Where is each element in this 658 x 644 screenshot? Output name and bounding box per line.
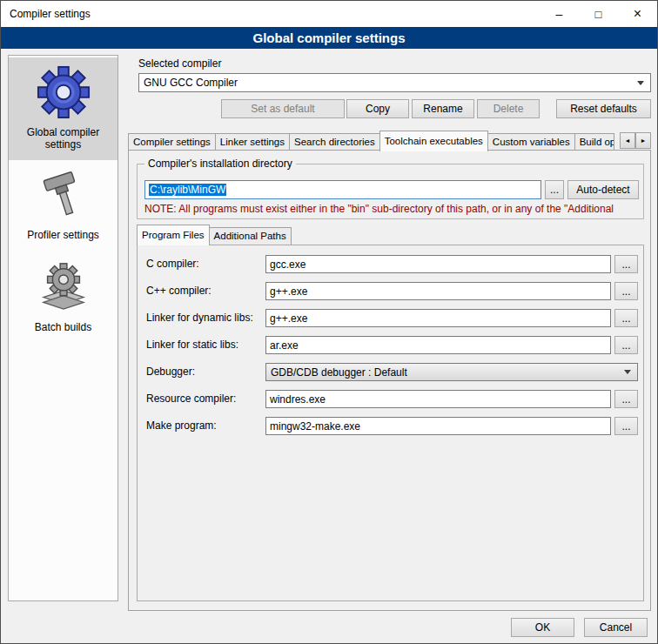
debugger-value: GDB/CDB debugger : Default xyxy=(266,366,624,379)
static-linker-label: Linker for static libs: xyxy=(146,339,238,351)
reset-defaults-button[interactable]: Reset defaults xyxy=(556,99,651,118)
c-compiler-browse-button[interactable]: ... xyxy=(614,255,638,273)
tab-program-files[interactable]: Program Files xyxy=(137,225,210,245)
installation-directory-browse-button[interactable]: ... xyxy=(545,180,564,199)
field-row: Make program: mingw32-make.exe ... xyxy=(138,417,643,435)
field-row: Debugger: GDB/CDB debugger : Default xyxy=(138,363,643,381)
make-program-value: mingw32-make.exe xyxy=(270,420,360,433)
sidebar-item-label: Profiler settings xyxy=(27,229,99,241)
resource-compiler-browse-button[interactable]: ... xyxy=(614,390,638,408)
c-compiler-input[interactable]: gcc.exe xyxy=(265,255,611,273)
rename-button[interactable]: Rename xyxy=(412,99,474,118)
make-program-label: Make program: xyxy=(146,419,217,432)
minimize-icon[interactable]: – xyxy=(540,1,579,27)
tab-additional-paths[interactable]: Additional Paths xyxy=(209,227,292,245)
installation-note: NOTE: All programs must exist either in … xyxy=(144,203,654,215)
debugger-select[interactable]: GDB/CDB debugger : Default xyxy=(265,363,638,381)
tab-search-directories[interactable]: Search directories xyxy=(289,133,380,151)
window-controls: – □ × xyxy=(540,1,657,27)
field-row: Resource compiler: windres.exe ... xyxy=(138,390,643,408)
field-row: C++ compiler: g++.exe ... xyxy=(138,282,643,300)
field-row: Linker for static libs: ar.exe ... xyxy=(138,336,643,354)
settings-tabs: Compiler settings Linker settings Search… xyxy=(128,131,651,151)
tab-compiler-settings[interactable]: Compiler settings xyxy=(128,133,216,151)
program-files-panel: C compiler: gcc.exe ... C++ compiler: g+… xyxy=(137,245,644,601)
tab-toolchain-executables[interactable]: Toolchain executables xyxy=(379,131,488,151)
make-program-input[interactable]: mingw32-make.exe xyxy=(265,417,611,435)
static-linker-input[interactable]: ar.exe xyxy=(265,336,611,354)
ok-button[interactable]: OK xyxy=(511,618,574,637)
maximize-icon[interactable]: □ xyxy=(579,1,618,27)
installation-directory-value: C:\raylib\MinGW xyxy=(149,184,226,196)
static-linker-browse-button[interactable]: ... xyxy=(614,336,638,354)
dynamic-linker-label: Linker for dynamic libs: xyxy=(146,312,253,324)
debugger-label: Debugger: xyxy=(146,366,195,378)
resource-compiler-label: Resource compiler: xyxy=(146,392,236,405)
delete-button[interactable]: Delete xyxy=(477,99,540,118)
sidebar-item-global-compiler-settings[interactable]: Global compiler settings xyxy=(9,57,118,160)
tab-scroll-left-icon[interactable]: ◄ xyxy=(620,132,635,149)
close-icon[interactable]: × xyxy=(618,1,657,27)
dynamic-linker-value: g++.exe xyxy=(270,312,307,325)
dialog-body: Global compiler settings Profiler settin… xyxy=(1,49,657,643)
field-row: Linker for dynamic libs: g++.exe ... xyxy=(138,309,643,327)
c-compiler-value: gcc.exe xyxy=(270,258,306,271)
sidebar-item-label: Global compiler settings xyxy=(10,126,116,151)
c-compiler-label: C compiler: xyxy=(146,258,199,270)
cpp-compiler-label: C++ compiler: xyxy=(146,285,212,297)
dropdown-arrow-icon xyxy=(637,81,644,85)
tab-scroll-right-icon[interactable]: ► xyxy=(635,132,651,149)
cancel-button[interactable]: Cancel xyxy=(584,618,648,637)
toolchain-executables-panel: Compiler's installation directory C:\ray… xyxy=(128,150,651,611)
copy-button[interactable]: Copy xyxy=(346,99,409,118)
resource-compiler-input[interactable]: windres.exe xyxy=(265,390,611,408)
selected-compiler-select[interactable]: GNU GCC Compiler xyxy=(138,73,651,92)
tab-linker-settings[interactable]: Linker settings xyxy=(215,133,290,151)
static-linker-value: ar.exe xyxy=(270,339,299,352)
program-tabs: Program Files Additional Paths xyxy=(137,225,644,245)
dynamic-linker-input[interactable]: g++.exe xyxy=(265,309,611,327)
field-row: C compiler: gcc.exe ... xyxy=(138,255,643,273)
tab-build-options[interactable]: Build options xyxy=(574,133,614,151)
window-title: Compiler settings xyxy=(1,8,91,20)
resource-compiler-value: windres.exe xyxy=(270,393,326,406)
selected-compiler-label: Selected compiler xyxy=(138,57,221,70)
cpp-compiler-browse-button[interactable]: ... xyxy=(614,282,638,300)
dynamic-linker-browse-button[interactable]: ... xyxy=(614,309,638,327)
page-title: Global compiler settings xyxy=(1,27,657,49)
auto-detect-button[interactable]: Auto-detect xyxy=(567,180,639,199)
dropdown-arrow-icon xyxy=(624,370,631,374)
sidebar-item-profiler-settings[interactable]: Profiler settings xyxy=(9,160,118,251)
tab-custom-variables[interactable]: Custom variables xyxy=(487,133,575,151)
sidebar-item-label: Batch builds xyxy=(35,321,91,333)
titlebar[interactable]: Compiler settings – □ × xyxy=(1,1,657,27)
compiler-settings-window: Compiler settings – □ × Global compiler … xyxy=(0,0,658,644)
blue-gear-icon xyxy=(37,65,91,119)
sidebar-item-batch-builds[interactable]: Batch builds xyxy=(9,251,118,343)
installation-directory-group-label: Compiler's installation directory xyxy=(144,158,296,170)
settings-category-list: Global compiler settings Profiler settin… xyxy=(8,55,118,601)
cpp-compiler-input[interactable]: g++.exe xyxy=(265,282,611,300)
installation-directory-group: Compiler's installation directory C:\ray… xyxy=(137,164,644,219)
selected-compiler-value: GNU GCC Compiler xyxy=(139,77,637,89)
cpp-compiler-value: g++.exe xyxy=(270,285,307,298)
make-program-browse-button[interactable]: ... xyxy=(614,417,638,435)
profiler-hammer-icon xyxy=(37,168,90,222)
installation-directory-input[interactable]: C:\raylib\MinGW xyxy=(144,180,541,199)
batch-builds-gear-icon xyxy=(37,258,91,314)
set-as-default-button[interactable]: Set as default xyxy=(221,99,345,118)
